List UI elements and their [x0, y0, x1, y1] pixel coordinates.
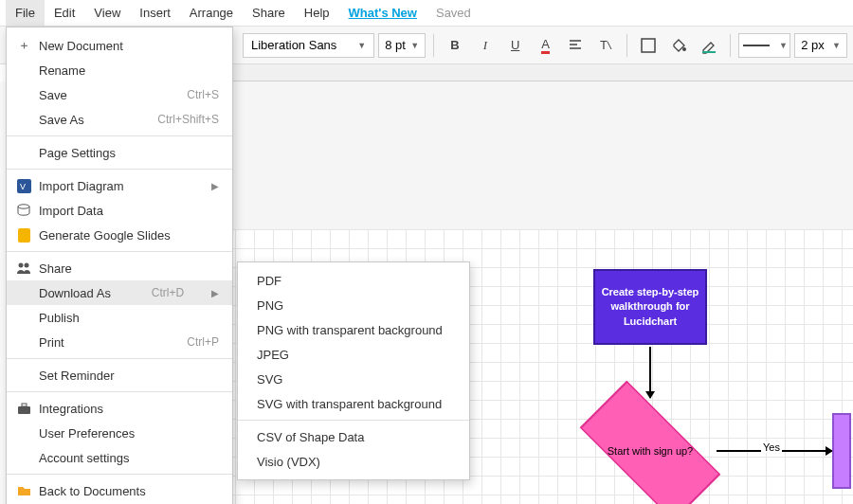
menu-file[interactable]: File: [6, 0, 45, 26]
submenu-item-png-transparent[interactable]: PNG with transparent background: [238, 317, 469, 342]
separator: [7, 135, 232, 136]
underline-button[interactable]: U: [502, 32, 529, 59]
menu-item-download-as[interactable]: Download As Ctrl+D ▶: [7, 280, 232, 305]
svg-text:V: V: [20, 182, 26, 191]
submenu-item-csv[interactable]: CSV of Shape Data: [238, 424, 469, 449]
shortcut: Ctrl+P: [168, 335, 219, 349]
line-icon: [741, 41, 779, 50]
italic-button[interactable]: I: [472, 32, 499, 59]
flowchart-process-box[interactable]: [832, 413, 851, 489]
menu-arrange[interactable]: Arrange: [180, 0, 243, 26]
edge-label-yes[interactable]: Yes: [761, 441, 782, 453]
label: Visio (VDX): [257, 455, 320, 469]
font-size-value: 8 pt: [385, 38, 406, 52]
menu-bar: File Edit View Insert Arrange Share Help…: [0, 0, 853, 27]
menu-item-page-settings[interactable]: Page Settings: [7, 140, 232, 165]
menu-item-generate-slides[interactable]: Generate Google Slides: [7, 223, 232, 247]
text-style-icon: T: [598, 38, 613, 53]
line-width-select[interactable]: 2 px ▼: [794, 33, 847, 58]
text-style-button[interactable]: T: [592, 32, 619, 59]
menu-insert[interactable]: Insert: [130, 0, 180, 26]
svg-text:T: T: [600, 38, 608, 52]
font-family-select[interactable]: Liberation Sans ▼: [243, 33, 374, 58]
font-family-value: Liberation Sans: [251, 38, 336, 52]
menu-whats-new[interactable]: What's New: [339, 0, 426, 26]
submenu-item-svg[interactable]: SVG: [238, 367, 469, 391]
visio-icon: V: [16, 178, 31, 193]
menu-item-import-diagram[interactable]: V Import Diagram ▶: [7, 173, 232, 198]
chevron-down-icon: ▼: [832, 41, 841, 50]
text-color-button[interactable]: A: [533, 32, 559, 59]
menu-item-account-settings[interactable]: Account settings: [7, 445, 232, 470]
menu-item-share[interactable]: Share: [7, 256, 232, 280]
people-icon: [16, 261, 31, 276]
menu-item-import-data[interactable]: Import Data: [7, 198, 232, 223]
submenu-item-pdf[interactable]: PDF: [238, 268, 469, 293]
fill-button[interactable]: [665, 32, 692, 59]
label: Integrations: [39, 402, 103, 416]
shortcut: Ctrl+S: [168, 88, 219, 101]
submenu-item-jpeg[interactable]: JPEG: [238, 342, 469, 367]
separator: [7, 474, 232, 475]
menu-item-print[interactable]: Print Ctrl+P: [7, 330, 232, 354]
chevron-down-icon: ▼: [410, 41, 419, 50]
separator: [7, 358, 232, 359]
label: Import Diagram: [39, 179, 124, 193]
chevron-right-icon: ▶: [206, 288, 219, 298]
submenu-item-svg-transparent[interactable]: SVG with transparent background: [238, 391, 469, 416]
plus-icon: ＋: [16, 38, 31, 53]
bold-button[interactable]: B: [442, 32, 468, 59]
folder-icon: [16, 483, 31, 498]
divider: [626, 34, 627, 57]
svg-point-7: [18, 205, 29, 208]
border-color-button[interactable]: [696, 32, 722, 59]
label: SVG: [257, 372, 282, 387]
menu-item-publish[interactable]: Publish: [7, 305, 232, 330]
label: Rename: [39, 63, 85, 78]
separator: [7, 391, 232, 392]
label: Page Settings: [39, 146, 116, 160]
label: Account settings: [39, 451, 129, 465]
menu-item-set-reminder[interactable]: Set Reminder: [7, 363, 232, 387]
menu-edit[interactable]: Edit: [45, 0, 84, 26]
paint-bucket-icon: [670, 37, 687, 54]
shortcut: Ctrl+Shift+S: [138, 113, 219, 126]
align-button[interactable]: [562, 32, 589, 59]
font-size-select[interactable]: 8 pt ▼: [378, 33, 426, 58]
ruler: [140, 64, 853, 81]
flowchart-process-box[interactable]: Create step-by-step walkthrough for Luci…: [593, 269, 707, 345]
flowchart-decision-diamond[interactable]: Start with sign up?: [584, 404, 717, 498]
menu-item-back-to-documents[interactable]: Back to Documents: [7, 478, 232, 503]
download-as-submenu: PDF PNG PNG with transparent background …: [237, 261, 470, 480]
chevron-right-icon: ▶: [192, 181, 219, 191]
svg-rect-1: [642, 39, 655, 52]
menu-item-integrations[interactable]: Integrations: [7, 396, 232, 421]
submenu-item-visio[interactable]: Visio (VDX): [238, 449, 469, 474]
menu-item-user-preferences[interactable]: User Preferences: [7, 421, 232, 445]
label: PDF: [257, 274, 281, 288]
menu-item-save-as[interactable]: Save As Ctrl+Shift+S: [7, 107, 232, 132]
shape-text: Create step-by-step walkthrough for Luci…: [601, 285, 699, 329]
menu-item-rename[interactable]: Rename: [7, 58, 232, 82]
submenu-item-png[interactable]: PNG: [238, 293, 469, 317]
shape-tool-button[interactable]: [635, 32, 662, 59]
menu-view[interactable]: View: [84, 0, 130, 26]
menu-item-save[interactable]: Save Ctrl+S: [7, 82, 232, 107]
label: Print: [39, 335, 64, 350]
flowchart-arrow[interactable]: [649, 347, 651, 398]
menu-help[interactable]: Help: [295, 0, 339, 26]
svg-rect-12: [22, 404, 27, 406]
separator: [238, 420, 469, 421]
menu-share[interactable]: Share: [243, 0, 295, 26]
line-width-value: 2 px: [801, 38, 825, 52]
label: New Document: [39, 39, 123, 53]
menu-item-new-document[interactable]: ＋ New Document: [7, 33, 232, 58]
label: Generate Google Slides: [39, 228, 171, 243]
label: Save As: [39, 113, 84, 127]
svg-point-9: [19, 263, 24, 268]
svg-rect-3: [702, 51, 716, 53]
svg-rect-8: [18, 228, 30, 243]
line-style-select[interactable]: ▼: [738, 33, 791, 58]
label: User Preferences: [39, 426, 135, 441]
label: Set Reminder: [39, 369, 114, 383]
